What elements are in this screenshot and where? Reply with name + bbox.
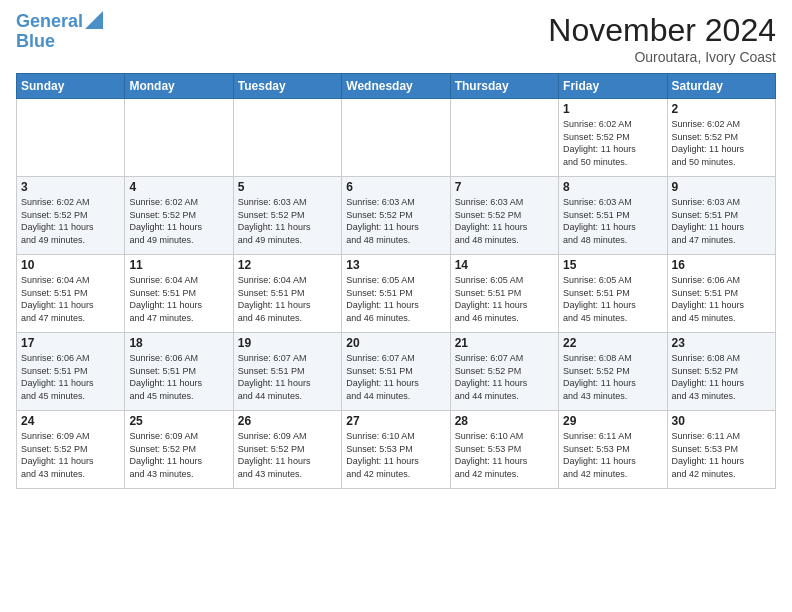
calendar-cell-w5-d4: 28Sunrise: 6:10 AM Sunset: 5:53 PM Dayli…	[450, 411, 558, 489]
calendar-cell-w3-d3: 13Sunrise: 6:05 AM Sunset: 5:51 PM Dayli…	[342, 255, 450, 333]
day-number: 24	[21, 414, 120, 428]
day-info: Sunrise: 6:07 AM Sunset: 5:51 PM Dayligh…	[346, 352, 445, 402]
calendar-cell-w4-d4: 21Sunrise: 6:07 AM Sunset: 5:52 PM Dayli…	[450, 333, 558, 411]
calendar-cell-w2-d4: 7Sunrise: 6:03 AM Sunset: 5:52 PM Daylig…	[450, 177, 558, 255]
calendar-cell-w4-d0: 17Sunrise: 6:06 AM Sunset: 5:51 PM Dayli…	[17, 333, 125, 411]
day-info: Sunrise: 6:07 AM Sunset: 5:51 PM Dayligh…	[238, 352, 337, 402]
day-info: Sunrise: 6:05 AM Sunset: 5:51 PM Dayligh…	[455, 274, 554, 324]
day-number: 23	[672, 336, 771, 350]
day-number: 5	[238, 180, 337, 194]
calendar-cell-w1-d2	[233, 99, 341, 177]
day-number: 22	[563, 336, 662, 350]
day-number: 30	[672, 414, 771, 428]
day-info: Sunrise: 6:09 AM Sunset: 5:52 PM Dayligh…	[129, 430, 228, 480]
calendar-cell-w2-d5: 8Sunrise: 6:03 AM Sunset: 5:51 PM Daylig…	[559, 177, 667, 255]
weekday-header-row: SundayMondayTuesdayWednesdayThursdayFrid…	[17, 74, 776, 99]
calendar-cell-w3-d2: 12Sunrise: 6:04 AM Sunset: 5:51 PM Dayli…	[233, 255, 341, 333]
day-number: 3	[21, 180, 120, 194]
day-info: Sunrise: 6:02 AM Sunset: 5:52 PM Dayligh…	[563, 118, 662, 168]
day-info: Sunrise: 6:02 AM Sunset: 5:52 PM Dayligh…	[129, 196, 228, 246]
month-title: November 2024	[548, 12, 776, 49]
day-info: Sunrise: 6:09 AM Sunset: 5:52 PM Dayligh…	[238, 430, 337, 480]
day-number: 27	[346, 414, 445, 428]
day-number: 8	[563, 180, 662, 194]
day-number: 16	[672, 258, 771, 272]
day-number: 21	[455, 336, 554, 350]
day-number: 12	[238, 258, 337, 272]
day-number: 17	[21, 336, 120, 350]
calendar-cell-w2-d0: 3Sunrise: 6:02 AM Sunset: 5:52 PM Daylig…	[17, 177, 125, 255]
day-number: 29	[563, 414, 662, 428]
day-number: 20	[346, 336, 445, 350]
day-number: 25	[129, 414, 228, 428]
day-number: 2	[672, 102, 771, 116]
day-info: Sunrise: 6:04 AM Sunset: 5:51 PM Dayligh…	[129, 274, 228, 324]
calendar-cell-w1-d6: 2Sunrise: 6:02 AM Sunset: 5:52 PM Daylig…	[667, 99, 775, 177]
day-info: Sunrise: 6:09 AM Sunset: 5:52 PM Dayligh…	[21, 430, 120, 480]
day-info: Sunrise: 6:03 AM Sunset: 5:52 PM Dayligh…	[346, 196, 445, 246]
week-row-4: 17Sunrise: 6:06 AM Sunset: 5:51 PM Dayli…	[17, 333, 776, 411]
day-number: 13	[346, 258, 445, 272]
day-info: Sunrise: 6:07 AM Sunset: 5:52 PM Dayligh…	[455, 352, 554, 402]
day-number: 9	[672, 180, 771, 194]
logo-text-general: General	[16, 12, 83, 32]
weekday-header-saturday: Saturday	[667, 74, 775, 99]
calendar-cell-w5-d1: 25Sunrise: 6:09 AM Sunset: 5:52 PM Dayli…	[125, 411, 233, 489]
calendar-cell-w2-d3: 6Sunrise: 6:03 AM Sunset: 5:52 PM Daylig…	[342, 177, 450, 255]
day-info: Sunrise: 6:10 AM Sunset: 5:53 PM Dayligh…	[346, 430, 445, 480]
calendar-cell-w3-d5: 15Sunrise: 6:05 AM Sunset: 5:51 PM Dayli…	[559, 255, 667, 333]
calendar-cell-w1-d0	[17, 99, 125, 177]
logo-text-blue: Blue	[16, 32, 55, 52]
svg-marker-0	[85, 11, 103, 29]
day-number: 10	[21, 258, 120, 272]
calendar-cell-w2-d6: 9Sunrise: 6:03 AM Sunset: 5:51 PM Daylig…	[667, 177, 775, 255]
day-info: Sunrise: 6:05 AM Sunset: 5:51 PM Dayligh…	[563, 274, 662, 324]
calendar-cell-w1-d1	[125, 99, 233, 177]
calendar-cell-w1-d5: 1Sunrise: 6:02 AM Sunset: 5:52 PM Daylig…	[559, 99, 667, 177]
title-block: November 2024 Ouroutara, Ivory Coast	[548, 12, 776, 65]
day-info: Sunrise: 6:05 AM Sunset: 5:51 PM Dayligh…	[346, 274, 445, 324]
day-number: 14	[455, 258, 554, 272]
location: Ouroutara, Ivory Coast	[548, 49, 776, 65]
weekday-header-wednesday: Wednesday	[342, 74, 450, 99]
day-number: 11	[129, 258, 228, 272]
day-info: Sunrise: 6:02 AM Sunset: 5:52 PM Dayligh…	[672, 118, 771, 168]
calendar-cell-w3-d1: 11Sunrise: 6:04 AM Sunset: 5:51 PM Dayli…	[125, 255, 233, 333]
day-info: Sunrise: 6:04 AM Sunset: 5:51 PM Dayligh…	[238, 274, 337, 324]
day-info: Sunrise: 6:04 AM Sunset: 5:51 PM Dayligh…	[21, 274, 120, 324]
day-info: Sunrise: 6:03 AM Sunset: 5:51 PM Dayligh…	[672, 196, 771, 246]
day-number: 4	[129, 180, 228, 194]
week-row-2: 3Sunrise: 6:02 AM Sunset: 5:52 PM Daylig…	[17, 177, 776, 255]
week-row-1: 1Sunrise: 6:02 AM Sunset: 5:52 PM Daylig…	[17, 99, 776, 177]
day-info: Sunrise: 6:02 AM Sunset: 5:52 PM Dayligh…	[21, 196, 120, 246]
day-info: Sunrise: 6:06 AM Sunset: 5:51 PM Dayligh…	[21, 352, 120, 402]
day-number: 6	[346, 180, 445, 194]
weekday-header-sunday: Sunday	[17, 74, 125, 99]
header: General Blue November 2024 Ouroutara, Iv…	[16, 12, 776, 65]
calendar-cell-w5-d6: 30Sunrise: 6:11 AM Sunset: 5:53 PM Dayli…	[667, 411, 775, 489]
calendar-cell-w4-d5: 22Sunrise: 6:08 AM Sunset: 5:52 PM Dayli…	[559, 333, 667, 411]
day-info: Sunrise: 6:11 AM Sunset: 5:53 PM Dayligh…	[672, 430, 771, 480]
weekday-header-tuesday: Tuesday	[233, 74, 341, 99]
day-number: 19	[238, 336, 337, 350]
calendar-cell-w2-d2: 5Sunrise: 6:03 AM Sunset: 5:52 PM Daylig…	[233, 177, 341, 255]
main-container: General Blue November 2024 Ouroutara, Iv…	[0, 0, 792, 497]
day-info: Sunrise: 6:11 AM Sunset: 5:53 PM Dayligh…	[563, 430, 662, 480]
weekday-header-thursday: Thursday	[450, 74, 558, 99]
calendar-cell-w3-d6: 16Sunrise: 6:06 AM Sunset: 5:51 PM Dayli…	[667, 255, 775, 333]
day-info: Sunrise: 6:10 AM Sunset: 5:53 PM Dayligh…	[455, 430, 554, 480]
day-number: 28	[455, 414, 554, 428]
day-info: Sunrise: 6:03 AM Sunset: 5:52 PM Dayligh…	[238, 196, 337, 246]
day-info: Sunrise: 6:06 AM Sunset: 5:51 PM Dayligh…	[129, 352, 228, 402]
day-info: Sunrise: 6:03 AM Sunset: 5:52 PM Dayligh…	[455, 196, 554, 246]
day-number: 7	[455, 180, 554, 194]
day-info: Sunrise: 6:08 AM Sunset: 5:52 PM Dayligh…	[563, 352, 662, 402]
calendar-cell-w4-d1: 18Sunrise: 6:06 AM Sunset: 5:51 PM Dayli…	[125, 333, 233, 411]
calendar-cell-w1-d4	[450, 99, 558, 177]
calendar-cell-w4-d3: 20Sunrise: 6:07 AM Sunset: 5:51 PM Dayli…	[342, 333, 450, 411]
calendar-cell-w4-d2: 19Sunrise: 6:07 AM Sunset: 5:51 PM Dayli…	[233, 333, 341, 411]
calendar-cell-w2-d1: 4Sunrise: 6:02 AM Sunset: 5:52 PM Daylig…	[125, 177, 233, 255]
day-info: Sunrise: 6:03 AM Sunset: 5:51 PM Dayligh…	[563, 196, 662, 246]
calendar-cell-w5-d0: 24Sunrise: 6:09 AM Sunset: 5:52 PM Dayli…	[17, 411, 125, 489]
day-number: 15	[563, 258, 662, 272]
